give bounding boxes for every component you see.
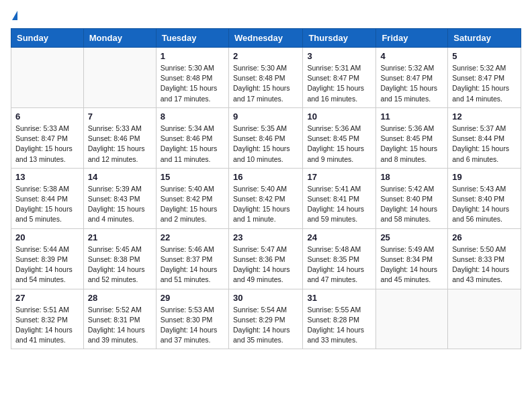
day-number: 10 (307, 111, 371, 122)
day-number: 19 (452, 172, 517, 182)
day-number: 11 (380, 111, 443, 122)
day-number: 4 (380, 51, 443, 61)
calendar-cell: 6Sunrise: 5:33 AM Sunset: 8:47 PM Daylig… (11, 107, 84, 168)
day-number: 6 (15, 111, 79, 122)
col-sunday: Sunday (11, 29, 84, 48)
week-row-2: 6Sunrise: 5:33 AM Sunset: 8:47 PM Daylig… (11, 107, 521, 168)
day-info: Sunrise: 5:31 AM Sunset: 8:47 PM Dayligh… (307, 63, 371, 104)
col-friday: Friday (376, 29, 448, 48)
calendar-cell: 1Sunrise: 5:30 AM Sunset: 8:48 PM Daylig… (156, 48, 228, 108)
day-info: Sunrise: 5:52 AM Sunset: 8:31 PM Dayligh… (88, 305, 152, 346)
day-info: Sunrise: 5:48 AM Sunset: 8:35 PM Dayligh… (307, 244, 371, 285)
calendar-table: Sunday Monday Tuesday Wednesday Thursday… (11, 28, 521, 349)
day-info: Sunrise: 5:51 AM Sunset: 8:32 PM Dayligh… (15, 305, 79, 346)
calendar-cell: 28Sunrise: 5:52 AM Sunset: 8:31 PM Dayli… (83, 289, 156, 349)
day-number: 13 (15, 172, 79, 182)
day-info: Sunrise: 5:34 AM Sunset: 8:46 PM Dayligh… (161, 124, 224, 165)
calendar-cell: 25Sunrise: 5:49 AM Sunset: 8:34 PM Dayli… (376, 228, 448, 289)
day-info: Sunrise: 5:43 AM Sunset: 8:40 PM Dayligh… (452, 184, 517, 225)
day-number: 24 (307, 232, 371, 242)
day-number: 20 (15, 232, 79, 242)
calendar-cell: 21Sunrise: 5:45 AM Sunset: 8:38 PM Dayli… (83, 228, 156, 289)
day-number: 8 (161, 111, 224, 122)
calendar-cell: 15Sunrise: 5:40 AM Sunset: 8:42 PM Dayli… (156, 168, 228, 228)
day-number: 5 (452, 51, 517, 61)
day-info: Sunrise: 5:47 AM Sunset: 8:36 PM Dayligh… (233, 244, 298, 285)
day-info: Sunrise: 5:33 AM Sunset: 8:47 PM Dayligh… (15, 124, 79, 165)
calendar-cell (448, 289, 521, 349)
day-info: Sunrise: 5:54 AM Sunset: 8:29 PM Dayligh… (233, 305, 298, 346)
calendar-header-row: Sunday Monday Tuesday Wednesday Thursday… (11, 29, 521, 48)
calendar-cell: 12Sunrise: 5:37 AM Sunset: 8:44 PM Dayli… (448, 107, 521, 168)
week-row-3: 13Sunrise: 5:38 AM Sunset: 8:44 PM Dayli… (11, 168, 521, 228)
day-info: Sunrise: 5:38 AM Sunset: 8:44 PM Dayligh… (15, 184, 79, 225)
calendar-cell: 11Sunrise: 5:36 AM Sunset: 8:45 PM Dayli… (376, 107, 448, 168)
day-info: Sunrise: 5:41 AM Sunset: 8:41 PM Dayligh… (307, 184, 371, 225)
day-number: 25 (380, 232, 443, 242)
calendar-cell: 8Sunrise: 5:34 AM Sunset: 8:46 PM Daylig… (156, 107, 228, 168)
day-info: Sunrise: 5:40 AM Sunset: 8:42 PM Dayligh… (233, 184, 298, 225)
col-tuesday: Tuesday (156, 29, 228, 48)
day-info: Sunrise: 5:44 AM Sunset: 8:39 PM Dayligh… (15, 244, 79, 285)
col-thursday: Thursday (303, 29, 376, 48)
day-number: 17 (307, 172, 371, 182)
logo (11, 11, 17, 20)
day-number: 12 (452, 111, 517, 122)
day-number: 2 (233, 51, 298, 61)
page-header (11, 11, 521, 20)
day-info: Sunrise: 5:35 AM Sunset: 8:46 PM Dayligh… (233, 124, 298, 165)
calendar-cell (83, 48, 156, 108)
calendar-cell: 7Sunrise: 5:33 AM Sunset: 8:46 PM Daylig… (83, 107, 156, 168)
week-row-1: 1Sunrise: 5:30 AM Sunset: 8:48 PM Daylig… (11, 48, 521, 108)
calendar-cell: 30Sunrise: 5:54 AM Sunset: 8:29 PM Dayli… (228, 289, 302, 349)
calendar-cell: 3Sunrise: 5:31 AM Sunset: 8:47 PM Daylig… (303, 48, 376, 108)
calendar-cell: 4Sunrise: 5:32 AM Sunset: 8:47 PM Daylig… (376, 48, 448, 108)
day-number: 15 (161, 172, 224, 182)
col-wednesday: Wednesday (228, 29, 302, 48)
day-info: Sunrise: 5:53 AM Sunset: 8:30 PM Dayligh… (161, 305, 224, 346)
calendar-cell: 9Sunrise: 5:35 AM Sunset: 8:46 PM Daylig… (228, 107, 302, 168)
calendar-cell: 24Sunrise: 5:48 AM Sunset: 8:35 PM Dayli… (303, 228, 376, 289)
day-number: 26 (452, 232, 517, 242)
calendar-cell: 14Sunrise: 5:39 AM Sunset: 8:43 PM Dayli… (83, 168, 156, 228)
day-info: Sunrise: 5:55 AM Sunset: 8:28 PM Dayligh… (307, 305, 371, 346)
day-number: 7 (88, 111, 152, 122)
calendar-cell: 29Sunrise: 5:53 AM Sunset: 8:30 PM Dayli… (156, 289, 228, 349)
day-number: 3 (307, 51, 371, 61)
day-number: 29 (161, 293, 224, 303)
calendar-cell: 2Sunrise: 5:30 AM Sunset: 8:48 PM Daylig… (228, 48, 302, 108)
calendar-cell (376, 289, 448, 349)
day-info: Sunrise: 5:40 AM Sunset: 8:42 PM Dayligh… (161, 184, 224, 225)
day-number: 22 (161, 232, 224, 242)
day-info: Sunrise: 5:49 AM Sunset: 8:34 PM Dayligh… (380, 244, 443, 285)
day-info: Sunrise: 5:36 AM Sunset: 8:45 PM Dayligh… (307, 124, 371, 165)
calendar-cell: 19Sunrise: 5:43 AM Sunset: 8:40 PM Dayli… (448, 168, 521, 228)
col-monday: Monday (83, 29, 156, 48)
day-info: Sunrise: 5:32 AM Sunset: 8:47 PM Dayligh… (380, 63, 443, 104)
day-info: Sunrise: 5:33 AM Sunset: 8:46 PM Dayligh… (88, 124, 152, 165)
logo-triangle-icon (12, 11, 17, 20)
day-number: 31 (307, 293, 371, 303)
day-number: 28 (88, 293, 152, 303)
day-info: Sunrise: 5:46 AM Sunset: 8:37 PM Dayligh… (161, 244, 224, 285)
day-number: 1 (161, 51, 224, 61)
day-number: 27 (15, 293, 79, 303)
day-number: 16 (233, 172, 298, 182)
day-number: 23 (233, 232, 298, 242)
day-info: Sunrise: 5:30 AM Sunset: 8:48 PM Dayligh… (161, 63, 224, 104)
calendar-cell: 17Sunrise: 5:41 AM Sunset: 8:41 PM Dayli… (303, 168, 376, 228)
col-saturday: Saturday (448, 29, 521, 48)
calendar-cell: 26Sunrise: 5:50 AM Sunset: 8:33 PM Dayli… (448, 228, 521, 289)
calendar-cell: 23Sunrise: 5:47 AM Sunset: 8:36 PM Dayli… (228, 228, 302, 289)
day-number: 9 (233, 111, 298, 122)
day-info: Sunrise: 5:45 AM Sunset: 8:38 PM Dayligh… (88, 244, 152, 285)
calendar-cell: 20Sunrise: 5:44 AM Sunset: 8:39 PM Dayli… (11, 228, 84, 289)
week-row-5: 27Sunrise: 5:51 AM Sunset: 8:32 PM Dayli… (11, 289, 521, 349)
calendar-cell (11, 48, 84, 108)
calendar-cell: 13Sunrise: 5:38 AM Sunset: 8:44 PM Dayli… (11, 168, 84, 228)
day-info: Sunrise: 5:50 AM Sunset: 8:33 PM Dayligh… (452, 244, 517, 285)
day-number: 14 (88, 172, 152, 182)
calendar-cell: 10Sunrise: 5:36 AM Sunset: 8:45 PM Dayli… (303, 107, 376, 168)
day-number: 18 (380, 172, 443, 182)
day-number: 21 (88, 232, 152, 242)
